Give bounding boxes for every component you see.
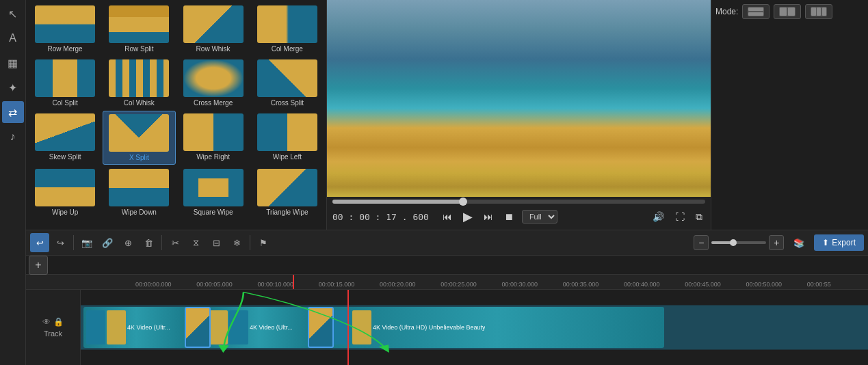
progress-bar-thumb[interactable] xyxy=(459,198,467,206)
transition-item-col-merge[interactable]: Col Merge xyxy=(251,3,324,55)
transition-item-x-split[interactable]: X Split xyxy=(103,111,175,165)
split-button[interactable]: ⧖ xyxy=(186,233,205,252)
trim-button[interactable]: ⊟ xyxy=(207,233,226,252)
ruler-mark-1: 00:00:05.000 xyxy=(196,281,257,288)
track-header-icons: 👁 🔒 xyxy=(42,317,64,327)
transition-thumb-wipe-right xyxy=(183,113,244,151)
ruler-mark-6: 00:00:30.000 xyxy=(502,281,563,288)
quality-select[interactable]: Full 1/2 1/4 xyxy=(522,210,557,224)
add-track-button[interactable]: + xyxy=(29,256,48,275)
clip-2[interactable]: 4K Video (Ultr... xyxy=(206,307,312,348)
transition-label-col-whisk: Col Whisk xyxy=(124,99,155,107)
mode-btn-2[interactable] xyxy=(774,4,801,19)
mode-btn-1[interactable] xyxy=(742,4,770,19)
ruler-marks: 00:00:00.000 00:00:05.000 00:00:10.000 0… xyxy=(81,281,868,288)
transition-item-cross-merge[interactable]: Cross Merge xyxy=(177,57,250,109)
transition-label-row-whisk: Row Whisk xyxy=(196,45,231,53)
fullscreen-button[interactable]: ⛶ xyxy=(672,210,687,224)
detach-button[interactable]: 🔗 xyxy=(98,233,117,252)
skip-forward-button[interactable]: ⏭ xyxy=(481,210,496,224)
transition-thumb-row-split xyxy=(109,5,169,43)
zoom-out-button[interactable]: − xyxy=(694,235,709,250)
mode-panel: Mode: xyxy=(711,0,868,230)
mode-btn-3[interactable] xyxy=(805,4,832,19)
top-area: Row Merge Row Split Row Whisk Col Merge xyxy=(26,0,868,230)
track-visibility-icon[interactable]: 👁 xyxy=(42,317,51,327)
ruler-mark-4: 00:00:20.000 xyxy=(380,281,440,288)
transition-label-wipe-right: Wipe Right xyxy=(196,153,230,161)
clip-3[interactable]: 4K Video (Ultra HD) Unbelievable Beauty xyxy=(329,307,664,348)
ruler-mark-7: 00:00:35.000 xyxy=(563,281,624,288)
clip-1[interactable]: 4K Video (Ultr... xyxy=(83,307,189,348)
ruler-mark-0: 00:00:00.000 xyxy=(135,281,196,288)
sidebar-icon-audio[interactable]: ♪ xyxy=(2,126,24,148)
transition-item-row-whisk[interactable]: Row Whisk xyxy=(177,3,250,55)
snapshot-button[interactable]: 📷 xyxy=(77,233,96,252)
transition-item-row-split[interactable]: Row Split xyxy=(103,3,175,55)
transition-clip-2[interactable] xyxy=(308,307,334,348)
transition-thumb-col-whisk xyxy=(109,59,169,97)
ruler-mark-8: 00:00:40.000 xyxy=(624,281,685,288)
track-lock-icon[interactable]: 🔒 xyxy=(53,317,64,327)
clip-2-frame-2 xyxy=(229,310,248,344)
progress-bar[interactable] xyxy=(332,200,705,204)
redo-button[interactable]: ↪ xyxy=(51,233,70,252)
transition-clip-1[interactable] xyxy=(185,307,211,348)
transition-item-triangle-wipe[interactable]: Triangle Wipe xyxy=(251,166,324,219)
volume-button[interactable]: 🔊 xyxy=(650,210,667,224)
pip-button[interactable]: ⧉ xyxy=(693,210,705,224)
sidebar-icon-transitions[interactable]: ⇄ xyxy=(2,101,24,123)
ruler-mark-10: 00:00:50.000 xyxy=(746,281,807,288)
time-display: 00 : 00 : 17 . 600 xyxy=(332,212,429,222)
transition-thumb-skew-split xyxy=(35,113,95,151)
transition-item-col-whisk[interactable]: Col Whisk xyxy=(103,57,175,109)
timeline-area: + 00:00:00.000 00:00:05.000 00:00:10.000… xyxy=(26,256,868,365)
ruler-mark-5: 00:00:25.000 xyxy=(440,281,501,288)
marker-button[interactable]: ⚑ xyxy=(254,233,273,252)
transition-item-square-wipe[interactable]: Square Wipe xyxy=(177,166,250,219)
transition-thumb-wipe-down xyxy=(109,169,169,206)
transition-item-wipe-down[interactable]: Wipe Down xyxy=(103,166,175,219)
zoom-slider-thumb xyxy=(730,239,737,246)
sidebar-icon-cursor[interactable]: ↖ xyxy=(2,3,24,25)
transition-item-wipe-left[interactable]: Wipe Left xyxy=(251,111,324,165)
transition-item-wipe-right[interactable]: Wipe Right xyxy=(177,111,250,165)
transition-label-skew-split: Skew Split xyxy=(49,153,81,161)
sidebar-icon-text[interactable]: A xyxy=(2,27,24,49)
ruler-mark-9: 00:00:45.000 xyxy=(685,281,746,288)
skip-back-button[interactable]: ⏮ xyxy=(440,210,455,224)
delete-button[interactable]: 🗑 xyxy=(139,233,158,252)
transition-item-row-merge[interactable]: Row Merge xyxy=(29,3,101,55)
mode-row: Mode: xyxy=(715,4,864,19)
separator-2 xyxy=(161,235,162,250)
mode-label: Mode: xyxy=(715,7,738,16)
transition-item-skew-split[interactable]: Skew Split xyxy=(29,111,101,165)
main-content: Row Merge Row Split Row Whisk Col Merge xyxy=(26,0,868,365)
track-body[interactable]: 4K Video (Ultr... 4K Video (Ultr... xyxy=(81,290,868,365)
zoom-in-button[interactable]: + xyxy=(769,235,784,250)
clip-3-frame-2 xyxy=(352,310,371,344)
transition-thumb-col-split xyxy=(35,59,95,97)
sidebar-icon-media[interactable]: ▦ xyxy=(2,52,24,74)
transition-label-row-split: Row Split xyxy=(124,45,153,53)
play-button[interactable]: ▶ xyxy=(460,208,475,226)
zoom-slider[interactable] xyxy=(711,241,766,244)
svg-rect-5 xyxy=(788,8,795,16)
cut-button[interactable]: ✂ xyxy=(166,233,185,252)
transition-label-wipe-left: Wipe Left xyxy=(273,153,302,161)
transitions-grid: Row Merge Row Split Row Whisk Col Merge xyxy=(26,0,326,221)
transition-item-col-split[interactable]: Col Split xyxy=(29,57,101,109)
undo-button[interactable]: ↩ xyxy=(30,233,49,252)
transition-label-square-wipe: Square Wipe xyxy=(194,208,233,216)
copy-button[interactable]: ⊕ xyxy=(118,233,137,252)
svg-rect-9 xyxy=(822,8,826,16)
transition-thumb-triangle-wipe xyxy=(257,169,317,206)
freeze-button[interactable]: ❄ xyxy=(227,233,246,252)
transition-item-wipe-up[interactable]: Wipe Up xyxy=(29,166,101,219)
track-header: 👁 🔒 Track xyxy=(26,290,81,365)
sidebar-icon-effects[interactable]: ✦ xyxy=(2,77,24,98)
stop-button[interactable]: ⏹ xyxy=(501,210,516,224)
export-button[interactable]: ⬆ Export xyxy=(814,234,864,251)
transition-item-cross-split[interactable]: Cross Split xyxy=(251,57,324,109)
library-button[interactable]: 📚 xyxy=(789,233,808,252)
